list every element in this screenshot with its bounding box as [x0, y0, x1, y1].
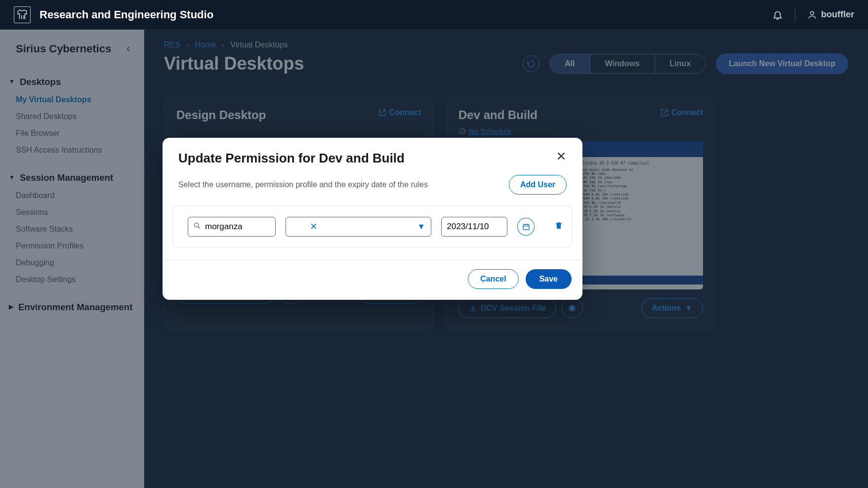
permission-profile-select[interactable]: ▼: [286, 217, 431, 237]
chevron-down-icon: ▼: [417, 222, 425, 231]
product-title: Research and Engineering Studio: [40, 8, 213, 21]
add-user-button[interactable]: Add User: [509, 175, 567, 195]
app-header: Research and Engineering Studio bouffler: [0, 0, 868, 30]
username-label: bouffler: [821, 9, 854, 20]
update-permission-modal: Update Permission for Dev and Build Sele…: [163, 138, 582, 300]
expiry-date-input[interactable]: [447, 222, 551, 232]
profile-input[interactable]: [291, 222, 426, 232]
cancel-button[interactable]: Cancel: [468, 269, 518, 289]
header-divider: [795, 8, 795, 22]
search-icon: [193, 222, 201, 232]
modal-title: Update Permission for Dev and Build: [178, 151, 405, 166]
close-icon[interactable]: [556, 151, 567, 163]
notifications-icon[interactable]: [772, 9, 783, 20]
svg-point-0: [811, 11, 814, 15]
product-logo: [14, 6, 31, 23]
permission-rule-row: ▼: [172, 205, 573, 248]
username-input-wrap: [188, 217, 276, 237]
svg-point-6: [195, 223, 199, 227]
user-menu[interactable]: bouffler: [807, 9, 854, 20]
save-button[interactable]: Save: [526, 269, 572, 289]
delete-rule-icon[interactable]: [554, 221, 563, 232]
modal-description: Select the username, permission profile …: [178, 180, 428, 189]
expiry-date-input-wrap: [441, 217, 507, 237]
